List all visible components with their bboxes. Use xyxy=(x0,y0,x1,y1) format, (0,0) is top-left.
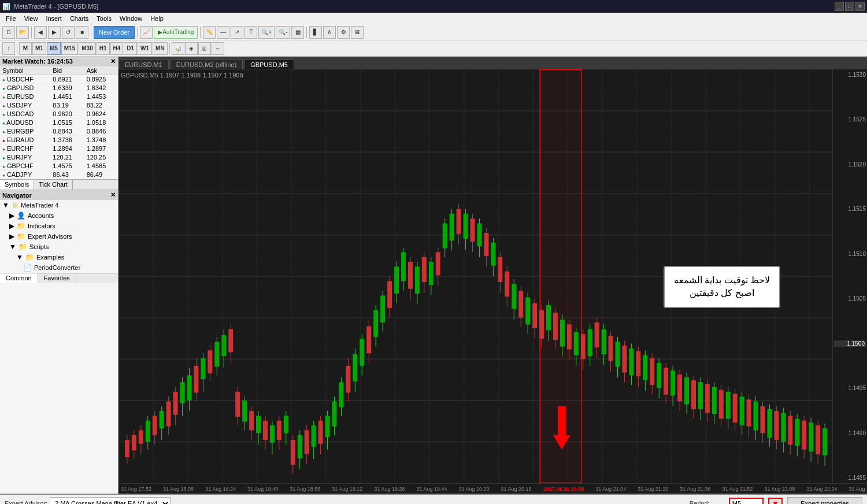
new-button[interactable]: 🗋 xyxy=(2,26,15,39)
nav-tab-common[interactable]: Common xyxy=(0,273,38,283)
navigator-tabs: Common Favorites xyxy=(0,273,118,283)
tab-tick-chart[interactable]: Tick Chart xyxy=(34,180,73,190)
market-watch-row[interactable]: ● EURGBP 0.8843 0.8846 xyxy=(0,127,118,136)
left-panel: Market Watch: 16:24:53 ✕ Symbol Bid Ask … xyxy=(0,57,118,494)
nav-item-expert-advisors[interactable]: ▶ 📁 Expert Advisors xyxy=(0,231,118,242)
period-dropdown-btn[interactable]: ▼ xyxy=(768,498,783,504)
separator3 xyxy=(137,27,138,38)
market-watch-row[interactable]: ● EURCHF 1.2894 1.2897 xyxy=(0,144,118,153)
menu-window[interactable]: Window xyxy=(116,14,146,23)
chart-btn2[interactable]: ◈ xyxy=(185,42,198,55)
nav-item-indicators[interactable]: ▶ 📁 Indicators xyxy=(0,221,118,231)
chart-btn1[interactable]: 📊 xyxy=(172,42,184,55)
chart-btn3[interactable]: ◎ xyxy=(198,42,211,55)
mw-close[interactable]: ✕ xyxy=(110,58,116,65)
nav-item-accounts[interactable]: ▶ 👤 Accounts xyxy=(0,210,118,221)
market-watch-row[interactable]: ● EURJPY 120.21 120.25 xyxy=(0,153,118,162)
svg-rect-34 xyxy=(132,435,136,451)
menu-insert[interactable]: Insert xyxy=(42,14,65,23)
period-M30[interactable]: M30 xyxy=(79,42,95,55)
period-M1[interactable]: M1 xyxy=(32,42,46,55)
close-button[interactable]: ✕ xyxy=(855,2,865,11)
expand-icon: ▼ xyxy=(2,201,9,209)
time-15: 31 Aug 21:52 xyxy=(722,486,753,492)
market-watch: Market Watch: 16:24:53 ✕ Symbol Bid Ask … xyxy=(0,57,118,190)
period-input[interactable] xyxy=(729,498,764,504)
market-watch-row[interactable]: ● GBPCHF 1.4575 1.4585 xyxy=(0,162,118,171)
main-layout: Market Watch: 16:24:53 ✕ Symbol Bid Ask … xyxy=(0,57,867,494)
market-watch-row[interactable]: ● USDJPY 83.19 83.22 xyxy=(0,101,118,110)
chart-tab-eurusd-m2[interactable]: EURUSD,M2 (offline) xyxy=(170,60,243,69)
menu-file[interactable]: File xyxy=(2,14,20,23)
arrow-button[interactable]: ↗ xyxy=(231,26,243,39)
bar-chart-btn[interactable]: ▋ xyxy=(309,26,322,39)
zoom-in-btn[interactable]: 🔍+ xyxy=(258,26,275,39)
menu-view[interactable]: View xyxy=(21,14,42,23)
market-watch-row[interactable]: ● GBPUSD 1.6339 1.6342 xyxy=(0,84,118,92)
nav-item-examples[interactable]: ▼ 📁 Examples xyxy=(0,252,118,262)
svg-rect-74 xyxy=(270,425,275,443)
market-watch-row[interactable]: ● AUDUSD 1.0515 1.0518 xyxy=(0,118,118,127)
terminal-btn[interactable]: 🖥 xyxy=(351,26,364,39)
nav-item-metatrader4[interactable]: ▼ 🖥 MetaTrader 4 xyxy=(0,200,118,210)
back-button[interactable]: ◀ xyxy=(34,26,47,39)
maximize-button[interactable]: □ xyxy=(845,2,854,11)
mw-symbol: ● USDJPY xyxy=(0,101,50,110)
nav-close[interactable]: ✕ xyxy=(110,191,116,199)
menu-charts[interactable]: Charts xyxy=(66,14,92,23)
candle-btn[interactable]: 🕯 xyxy=(323,26,336,39)
autotrading-button[interactable]: ▶ AutoTrading xyxy=(154,26,198,39)
settings-btn[interactable]: ⚙ xyxy=(337,26,350,39)
nav-tab-favorites[interactable]: Favorites xyxy=(38,273,76,283)
market-watch-row[interactable]: ● CADJPY 86.43 86.49 xyxy=(0,171,118,179)
mw-symbol: ● GBPCHF xyxy=(0,162,50,171)
zoom-out-btn[interactable]: 🔍- xyxy=(276,26,290,39)
menu-help[interactable]: Help xyxy=(147,14,167,23)
market-watch-row[interactable]: ● USDCHF 0.8921 0.8925 xyxy=(0,75,118,84)
market-watch-row[interactable]: ● EURAUD 1.3736 1.3748 xyxy=(0,136,118,144)
svg-rect-234 xyxy=(816,425,820,454)
stop-button[interactable]: ■ xyxy=(76,26,88,39)
time-14: 31 Aug 21:36 xyxy=(680,486,710,492)
nav-item-period-converter[interactable]: 📄 PeriodConverter xyxy=(0,262,118,273)
period-H4[interactable]: H4 xyxy=(110,42,124,55)
forward-button[interactable]: ▶ xyxy=(48,26,61,39)
svg-rect-86 xyxy=(312,425,316,447)
chart-btn4[interactable]: ↔ xyxy=(212,42,224,55)
market-watch-row[interactable]: ● EURUSD 1.4451 1.4453 xyxy=(0,92,118,101)
ea-select[interactable]: 2 MA Crosses Mega filter EA V1.ex4 xyxy=(50,497,171,504)
line-button[interactable]: 📏 xyxy=(203,26,216,39)
svg-rect-44 xyxy=(166,401,171,426)
chart-tab-eurusd-m1[interactable]: EURUSD,M1 xyxy=(118,60,169,69)
price-label-3: 1.1520 xyxy=(834,161,866,168)
period-M15[interactable]: M15 xyxy=(61,42,78,55)
menu-tools[interactable]: Tools xyxy=(93,14,115,23)
period-H1[interactable]: H1 xyxy=(97,42,110,55)
hline-button[interactable]: — xyxy=(217,26,229,39)
chart-tab-gbpusd-m5[interactable]: GBPUSD,M5 xyxy=(244,60,294,69)
expert-properties-button[interactable]: Expert properties xyxy=(787,497,862,504)
period-M[interactable]: M xyxy=(19,42,32,55)
nav-item-scripts[interactable]: ▼ 📁 Scripts xyxy=(0,242,118,252)
mw-symbol: ● EURJPY xyxy=(0,153,50,162)
grid-btn[interactable]: ▦ xyxy=(291,26,304,39)
time-13: 31 Aug 21:20 xyxy=(638,486,668,492)
svg-rect-166 xyxy=(581,334,586,359)
minimize-button[interactable]: _ xyxy=(835,2,844,11)
period-M5[interactable]: M5 xyxy=(47,42,61,55)
time-18: 31 Aug 22:40 xyxy=(849,486,867,492)
chart-canvas[interactable]: GBPUSD,M5 1.1907 1.1908 1.1907 1.1908 xyxy=(118,69,867,483)
svg-rect-54 xyxy=(201,358,205,380)
period-MN[interactable]: MN xyxy=(153,42,168,55)
chart-new-btn[interactable]: 📈 xyxy=(140,26,153,39)
new-order-button[interactable]: New Order xyxy=(94,26,135,39)
mw-bid: 120.21 xyxy=(50,153,84,162)
period-D1[interactable]: D1 xyxy=(124,42,137,55)
text-button[interactable]: T xyxy=(244,26,257,39)
market-watch-row[interactable]: ● USDCAD 0.9620 0.9624 xyxy=(0,110,118,118)
period-W1[interactable]: W1 xyxy=(138,42,152,55)
reload-button[interactable]: ↺ xyxy=(62,26,75,39)
open-button[interactable]: 📂 xyxy=(16,26,29,39)
toolbar-cursor[interactable]: ↕ xyxy=(2,42,15,55)
tab-symbols[interactable]: Symbols xyxy=(0,180,34,190)
